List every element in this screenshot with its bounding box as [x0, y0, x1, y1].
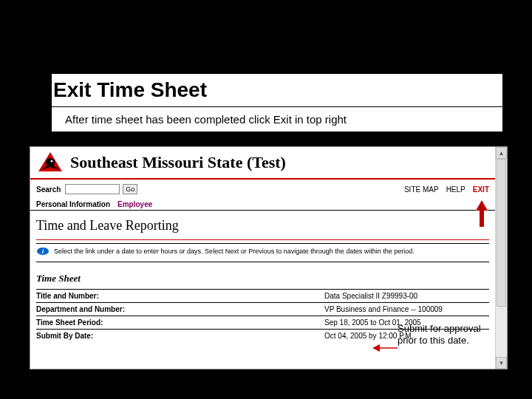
- callout-text-content: Submit for approval prior to this date.: [398, 323, 481, 346]
- app-banner: Southeast Missouri State (Test): [30, 147, 507, 180]
- row-value: VP Business and Finance -- 100009: [324, 305, 489, 313]
- table-row: Department and Number: VP Business and F…: [36, 302, 489, 316]
- banner-title: Southeast Missouri State (Test): [70, 153, 286, 172]
- divider: [36, 262, 489, 262]
- divider: [36, 239, 489, 240]
- arrow-up-icon: [476, 200, 488, 227]
- scroll-thumb[interactable]: [497, 159, 506, 307]
- info-banner: i Select the link under a date to enter …: [30, 245, 495, 260]
- search-label: Search: [36, 185, 61, 194]
- search-input[interactable]: [65, 184, 120, 194]
- go-button[interactable]: Go: [123, 184, 137, 194]
- callout-text: Submit for approval prior to this date.: [398, 323, 485, 347]
- info-text: Select the link under a date to enter ho…: [54, 248, 415, 255]
- row-value: Data Specialist II Z99993-00: [324, 292, 489, 300]
- tab-personal-info[interactable]: Personal Information: [36, 199, 110, 210]
- sitemap-link[interactable]: SITE MAP: [404, 185, 439, 194]
- slide-title: Exit Time Sheet: [52, 74, 502, 107]
- slide-subtitle-text: After time sheet has been completed clic…: [65, 113, 347, 126]
- info-icon: i: [36, 247, 50, 256]
- row-label: Submit By Date:: [36, 332, 324, 340]
- svg-point-2: [51, 160, 53, 163]
- page-title: Time and Leave Reporting: [30, 211, 495, 239]
- app-window: Southeast Missouri State (Test) Search G…: [30, 146, 508, 369]
- row-label: Time Sheet Period:: [36, 318, 324, 327]
- help-link[interactable]: HELP: [446, 185, 466, 194]
- scroll-down-button[interactable]: ▼: [496, 357, 507, 369]
- table-row: Title and Number: Data Specialist II Z99…: [36, 289, 489, 302]
- exit-link[interactable]: EXIT: [473, 185, 489, 194]
- time-sheet-heading: Time Sheet: [30, 264, 495, 289]
- row-label: Title and Number:: [36, 292, 324, 300]
- slide-subtitle: After time sheet has been completed clic…: [52, 107, 502, 132]
- row-label: Department and Number:: [36, 305, 324, 313]
- tab-employee[interactable]: Employee: [117, 199, 152, 210]
- vertical-scrollbar[interactable]: ▲ ▼: [495, 147, 507, 369]
- scroll-up-button[interactable]: ▲: [496, 147, 507, 159]
- tab-bar: Personal Information Employee: [30, 199, 495, 211]
- redhawk-logo-icon: [35, 149, 66, 176]
- divider: [36, 243, 489, 244]
- arrow-left-icon: [372, 344, 398, 352]
- bullet-icon: [37, 115, 52, 120]
